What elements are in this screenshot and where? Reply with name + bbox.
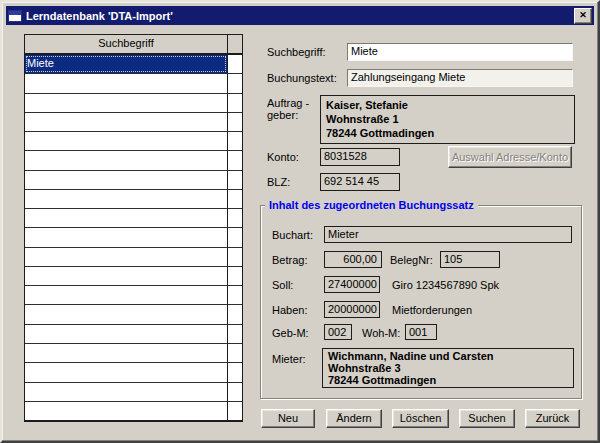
blz-field[interactable]: 692 514 45 bbox=[320, 173, 400, 191]
table-row[interactable] bbox=[25, 248, 242, 267]
table-row[interactable] bbox=[25, 344, 242, 363]
betrag-field[interactable]: 600,00 bbox=[324, 251, 382, 268]
table-row[interactable] bbox=[25, 113, 242, 132]
table-row[interactable]: Miete bbox=[25, 55, 242, 74]
soll-description: Giro 1234567890 Spk bbox=[392, 279, 499, 291]
haben-description: Mietforderungen bbox=[392, 304, 472, 316]
buchungstext-label: Buchungstext: bbox=[267, 72, 337, 84]
aendern-button[interactable]: Ändern bbox=[326, 409, 382, 428]
table-cell-narrow bbox=[227, 363, 242, 381]
table-row[interactable] bbox=[25, 151, 242, 170]
table-cell-narrow bbox=[227, 305, 242, 323]
buchart-label: Buchart: bbox=[272, 229, 313, 241]
table-cell-suchbegriff[interactable] bbox=[25, 94, 227, 112]
window-icon bbox=[8, 10, 22, 22]
buchungstext-input[interactable]: Zahlungseingang Miete bbox=[347, 69, 573, 87]
konto-label: Konto: bbox=[267, 151, 299, 163]
soll-field[interactable]: 27400000 bbox=[324, 276, 380, 293]
buchungssatz-group-title: Inhalt des zugeordneten Buchungssatz bbox=[265, 199, 478, 211]
table-cell-narrow bbox=[227, 402, 242, 420]
auftraggeber-box[interactable]: Kaiser, Stefanie Wohnstraße 1 78244 Gott… bbox=[320, 95, 575, 144]
table-cell-suchbegriff[interactable] bbox=[25, 383, 227, 401]
gebm-field[interactable]: 002 bbox=[324, 324, 352, 340]
betrag-label: Betrag: bbox=[272, 254, 307, 266]
table-cell-suchbegriff[interactable] bbox=[25, 209, 227, 227]
table-cell-suchbegriff[interactable] bbox=[25, 325, 227, 343]
table-cell-suchbegriff[interactable] bbox=[25, 402, 227, 420]
table-row[interactable] bbox=[25, 383, 242, 402]
search-table-body: Miete bbox=[25, 55, 242, 420]
suchen-button[interactable]: Suchen bbox=[459, 409, 515, 428]
auftraggeber-label-line1: Auftrag - bbox=[267, 97, 309, 109]
table-cell-narrow bbox=[227, 94, 242, 112]
table-cell-suchbegriff[interactable] bbox=[25, 267, 227, 285]
table-row[interactable] bbox=[25, 305, 242, 324]
table-cell-narrow bbox=[227, 190, 242, 208]
table-row[interactable] bbox=[25, 228, 242, 247]
table-cell-suchbegriff[interactable] bbox=[25, 248, 227, 266]
table-cell-suchbegriff[interactable] bbox=[25, 344, 227, 362]
table-cell-narrow bbox=[227, 55, 242, 73]
soll-label: Soll: bbox=[272, 279, 293, 291]
haben-label: Haben: bbox=[272, 304, 307, 316]
table-row[interactable] bbox=[25, 94, 242, 113]
table-row[interactable] bbox=[25, 132, 242, 151]
table-cell-narrow bbox=[227, 248, 242, 266]
table-row[interactable] bbox=[25, 267, 242, 286]
table-cell-narrow bbox=[227, 383, 242, 401]
column-header-narrow[interactable] bbox=[227, 35, 242, 53]
wohm-field[interactable]: 001 bbox=[405, 324, 437, 340]
table-cell-suchbegriff[interactable] bbox=[25, 132, 227, 150]
auswahl-adresse-konto-button[interactable]: Auswahl Adresse/Konto bbox=[448, 146, 572, 168]
auftraggeber-line3: 78244 Gottmadingen bbox=[326, 126, 569, 140]
belegnr-label: BelegNr: bbox=[390, 254, 433, 266]
table-row[interactable] bbox=[25, 74, 242, 93]
table-cell-narrow bbox=[227, 132, 242, 150]
table-cell-suchbegriff[interactable] bbox=[25, 286, 227, 304]
table-cell-suchbegriff[interactable] bbox=[25, 171, 227, 189]
column-header-suchbegriff[interactable]: Suchbegriff bbox=[25, 35, 227, 53]
suchbegriff-label: Suchbegriff: bbox=[267, 46, 326, 58]
close-icon[interactable]: ✕ bbox=[574, 8, 592, 24]
table-cell-narrow bbox=[227, 171, 242, 189]
belegnr-field[interactable]: 105 bbox=[440, 251, 500, 268]
mieter-line1: Wichmann, Nadine und Carsten bbox=[328, 350, 568, 362]
suchbegriff-input[interactable]: Miete bbox=[347, 43, 573, 61]
zurueck-button[interactable]: Zurück bbox=[525, 409, 580, 428]
table-cell-narrow bbox=[227, 228, 242, 246]
mieter-label: Mieter: bbox=[272, 353, 306, 365]
table-cell-suchbegriff[interactable] bbox=[25, 113, 227, 131]
table-row[interactable] bbox=[25, 402, 242, 420]
table-row[interactable] bbox=[25, 171, 242, 190]
loeschen-button[interactable]: Löschen bbox=[392, 409, 449, 428]
auftraggeber-label: Auftrag - geber: bbox=[267, 97, 309, 121]
table-cell-suchbegriff[interactable] bbox=[25, 151, 227, 169]
table-cell-suchbegriff[interactable] bbox=[25, 228, 227, 246]
table-row[interactable] bbox=[25, 286, 242, 305]
gebm-label: Geb-M: bbox=[272, 327, 309, 339]
buchart-field[interactable]: Mieter bbox=[324, 226, 572, 243]
haben-field[interactable]: 20000000 bbox=[324, 301, 380, 318]
auftraggeber-line1: Kaiser, Stefanie bbox=[326, 98, 569, 112]
neu-button[interactable]: Neu bbox=[261, 409, 315, 428]
table-cell-suchbegriff[interactable] bbox=[25, 190, 227, 208]
table-row[interactable] bbox=[25, 209, 242, 228]
table-row[interactable] bbox=[25, 325, 242, 344]
table-row[interactable] bbox=[25, 363, 242, 382]
konto-field[interactable]: 8031528 bbox=[320, 148, 400, 166]
dialog-window: Lerndatenbank 'DTA-Import' ✕ Suchbegriff… bbox=[0, 0, 600, 443]
table-cell-narrow bbox=[227, 209, 242, 227]
auftraggeber-label-line2: geber: bbox=[267, 109, 298, 121]
mieter-line3: 78244 Gottmadingen bbox=[328, 374, 568, 386]
table-cell-suchbegriff[interactable] bbox=[25, 305, 227, 323]
table-cell-suchbegriff[interactable] bbox=[25, 74, 227, 92]
mieter-box[interactable]: Wichmann, Nadine und Carsten Wohnstraße … bbox=[322, 348, 574, 388]
table-cell-suchbegriff[interactable]: Miete bbox=[25, 55, 227, 73]
table-cell-narrow bbox=[227, 286, 242, 304]
table-cell-suchbegriff[interactable] bbox=[25, 363, 227, 381]
title-bar: Lerndatenbank 'DTA-Import' ✕ bbox=[6, 6, 594, 25]
search-table: Suchbegriff Miete bbox=[24, 34, 243, 422]
search-table-header: Suchbegriff bbox=[25, 35, 242, 55]
table-row[interactable] bbox=[25, 190, 242, 209]
blz-label: BLZ: bbox=[267, 176, 290, 188]
